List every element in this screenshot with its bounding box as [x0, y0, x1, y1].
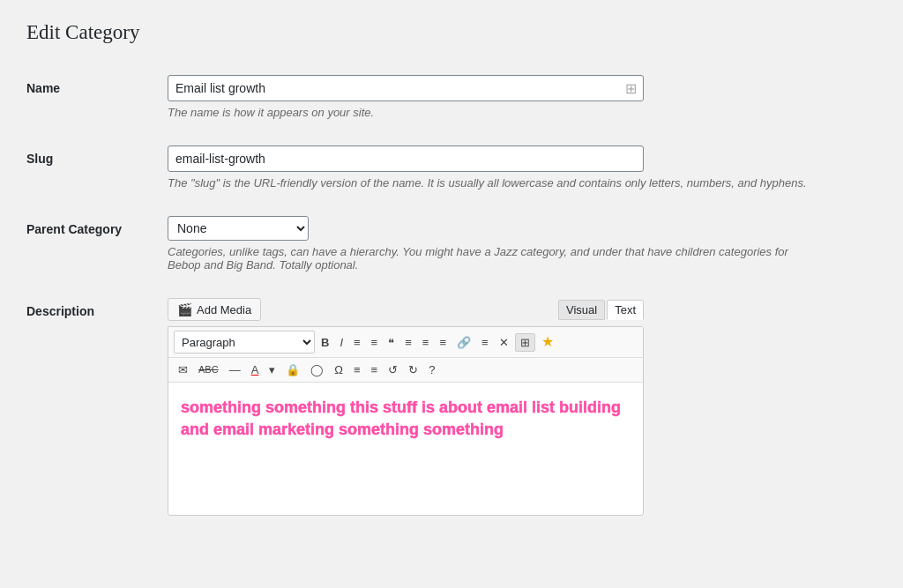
italic-button[interactable]: I	[335, 334, 347, 351]
edit-category-form: Name ⊞ The name is how it appears on you…	[26, 62, 820, 529]
table-icon: ⊞	[625, 80, 637, 97]
toolbar-extra-button[interactable]: ⊞	[515, 333, 535, 352]
align-right-button[interactable]: ≡	[435, 334, 451, 351]
remove-format-button[interactable]: ✕	[495, 334, 513, 351]
align-left-button[interactable]: ≡	[400, 334, 416, 351]
parent-category-select[interactable]: None	[168, 216, 309, 241]
help-button[interactable]: ?	[424, 361, 439, 378]
parent-category-cell: None Categories, unlike tags, can have a…	[168, 203, 820, 285]
bold-button[interactable]: B	[317, 334, 333, 351]
email-button[interactable]: ✉	[174, 361, 192, 378]
editor-content[interactable]: something something this stuff is about …	[168, 383, 643, 515]
page-title: Edit Category	[26, 21, 877, 44]
toolbar-row2: ✉ ABC — A ▾ 🔒 ◯ Ω ≡ ≡ ↺ ↻ ?	[168, 358, 643, 383]
slug-description: The "slug" is the URL-friendly version o…	[168, 176, 820, 190]
tab-visual[interactable]: Visual	[558, 300, 605, 320]
align-center-button[interactable]: ≡	[418, 334, 434, 351]
blockquote-button[interactable]: ❝	[384, 334, 399, 351]
slug-cell: The "slug" is the URL-friendly version o…	[168, 132, 820, 203]
link-button[interactable]: 🔗	[452, 334, 475, 351]
name-input[interactable]	[168, 75, 644, 101]
slug-row: Slug The "slug" is the URL-friendly vers…	[26, 132, 820, 203]
indent-button[interactable]: ≡	[349, 361, 365, 378]
media-upload-row: 🎬 Add Media Visual Text	[168, 298, 644, 321]
paste-from-word-button[interactable]: 🔒	[281, 361, 304, 378]
slug-label: Slug	[26, 132, 168, 203]
ordered-list-button[interactable]: ≡	[367, 334, 383, 351]
name-row: Name ⊞ The name is how it appears on you…	[26, 62, 820, 132]
name-input-wrapper: ⊞	[168, 75, 644, 101]
font-color-button[interactable]: A	[247, 361, 264, 378]
outdent-button[interactable]: ≡	[367, 361, 383, 378]
add-media-button[interactable]: 🎬 Add Media	[168, 298, 261, 321]
add-media-icon: 🎬	[177, 302, 192, 316]
description-section: 🎬 Add Media Visual Text Paragraph	[168, 298, 644, 516]
star-button[interactable]: ★	[537, 332, 558, 352]
name-description: The name is how it appears on your site.	[168, 106, 820, 119]
horizontal-rule-button[interactable]: ≡	[477, 334, 493, 351]
parent-category-description: Categories, unlike tags, can have a hier…	[168, 245, 820, 272]
unordered-list-button[interactable]: ≡	[349, 334, 365, 351]
tab-text[interactable]: Text	[607, 300, 644, 320]
undo-button[interactable]: ↺	[384, 361, 402, 378]
description-row: Description 🎬 Add Media Visual Text	[26, 285, 820, 529]
editor-tabs: Visual Text	[558, 300, 644, 320]
parent-category-label: Parent Category	[26, 203, 168, 285]
editor-wrapper: Paragraph B I ≡ ≡ ❝ ≡ ≡ ≡ 🔗 ≡	[168, 326, 644, 516]
description-cell: 🎬 Add Media Visual Text Paragraph	[168, 285, 820, 529]
description-label: Description	[26, 285, 168, 529]
add-media-label: Add Media	[197, 303, 251, 316]
strikethrough-button[interactable]: ABC	[194, 362, 223, 377]
name-label: Name	[26, 62, 168, 132]
special-chars-button[interactable]: Ω	[330, 361, 347, 378]
paragraph-select[interactable]: Paragraph	[174, 331, 315, 354]
horizontal-line-button[interactable]: —	[225, 361, 245, 378]
slug-input[interactable]	[168, 145, 644, 172]
font-color-dropdown[interactable]: ▾	[265, 361, 280, 378]
parent-category-row: Parent Category None Categories, unlike …	[26, 203, 820, 285]
name-cell: ⊞ The name is how it appears on your sit…	[168, 62, 820, 132]
redo-button[interactable]: ↻	[404, 361, 422, 378]
clear-formatting-button[interactable]: ◯	[306, 361, 328, 378]
toolbar-row1: Paragraph B I ≡ ≡ ❝ ≡ ≡ ≡ 🔗 ≡	[168, 327, 643, 358]
